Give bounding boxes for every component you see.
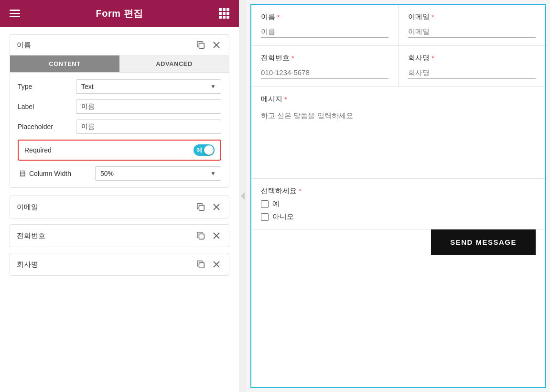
svg-rect-6 — [219, 16, 222, 19]
preview-name-field: 이름 * — [251, 5, 399, 45]
panel-divider — [239, 0, 247, 392]
name-field-body: Type Text Email Number Textarea ▼ Label — [10, 73, 229, 187]
send-message-button[interactable]: SEND MESSAGE — [431, 229, 536, 255]
message-required-star: * — [284, 95, 287, 103]
preview-phone-label: 전화번호 * — [261, 54, 388, 63]
hamburger-menu-icon[interactable] — [10, 10, 20, 17]
checkbox-yes-box — [261, 200, 269, 208]
preview-name-input[interactable] — [261, 25, 388, 38]
header-title: Form 편집 — [96, 7, 143, 20]
preview-company-input[interactable] — [408, 66, 536, 79]
checkbox-yes-item[interactable]: 예 — [261, 199, 536, 208]
phone-field-card: 전화번호 — [10, 224, 229, 247]
form-row-select: 선택하세요 * 예 아니오 — [251, 179, 545, 229]
column-width-label: 🖥 Column Width — [18, 169, 89, 179]
preview-select-label: 선택하세요 * — [261, 186, 536, 196]
svg-rect-8 — [226, 16, 229, 19]
email-field-card: 이메일 — [10, 196, 229, 218]
content-tabs: CONTENT ADVANCED — [10, 55, 229, 73]
checkbox-yes-label: 예 — [272, 199, 280, 208]
type-select-wrapper[interactable]: Text Email Number Textarea ▼ — [76, 79, 221, 94]
tab-advanced[interactable]: ADVANCED — [119, 55, 229, 72]
name-field-card-header: 이름 — [10, 35, 229, 55]
phone-field-actions — [194, 230, 222, 241]
type-label: Type — [18, 83, 70, 90]
monitor-icon: 🖥 — [18, 169, 26, 179]
svg-rect-1 — [223, 8, 226, 11]
name-close-button[interactable] — [211, 40, 222, 50]
svg-rect-15 — [199, 234, 204, 239]
type-row: Type Text Email Number Textarea ▼ — [18, 79, 221, 94]
type-select[interactable]: Text Email Number Textarea — [76, 80, 221, 93]
phone-close-button[interactable] — [211, 230, 222, 241]
select-required-star: * — [299, 187, 302, 195]
company-field-card: 회사명 — [10, 253, 229, 276]
email-close-button[interactable] — [211, 202, 222, 212]
tab-content[interactable]: CONTENT — [10, 55, 119, 72]
name-field-actions — [194, 40, 222, 50]
svg-rect-0 — [219, 8, 222, 11]
email-required-star: * — [431, 13, 434, 21]
column-width-row: 🖥 Column Width 50% 100% 33% 25% ▼ — [18, 166, 221, 181]
column-width-select[interactable]: 50% 100% 33% 25% — [96, 167, 221, 180]
preview-company-label: 회사명 * — [408, 54, 536, 63]
checkbox-no-item[interactable]: 아니오 — [261, 212, 536, 221]
svg-rect-7 — [223, 16, 226, 19]
checkbox-no-box — [261, 213, 269, 221]
label-input[interactable] — [76, 99, 221, 114]
name-field-card: 이름 — [10, 34, 229, 188]
preview-phone-input[interactable] — [261, 66, 388, 79]
checkbox-group: 예 아니오 — [261, 199, 536, 221]
preview-company-field: 회사명 * — [399, 46, 545, 87]
preview-name-label: 이름 * — [261, 12, 388, 22]
svg-rect-3 — [219, 12, 222, 15]
phone-copy-button[interactable] — [194, 230, 207, 241]
email-copy-button[interactable] — [194, 202, 207, 212]
svg-rect-5 — [226, 12, 229, 15]
svg-rect-4 — [223, 12, 226, 15]
company-required-star: * — [431, 54, 434, 62]
name-copy-button[interactable] — [194, 40, 207, 50]
phone-field-card-header: 전화번호 — [10, 225, 229, 247]
form-preview: 이름 * 이메일 * 전화번호 * — [251, 5, 545, 264]
phone-required-star: * — [291, 54, 294, 62]
required-toggle-wrapper[interactable]: 예 — [194, 144, 215, 156]
company-close-button[interactable] — [211, 259, 222, 270]
panel-content: 이름 — [0, 27, 239, 392]
preview-email-label: 이메일 * — [408, 12, 536, 22]
placeholder-label: Placeholder — [18, 123, 70, 131]
right-panel: 이름 * 이메일 * 전화번호 * — [250, 4, 546, 388]
company-field-card-header: 회사명 — [10, 253, 229, 275]
grid-menu-icon[interactable] — [219, 8, 229, 19]
phone-field-title: 전화번호 — [17, 231, 194, 240]
preview-message-textarea[interactable] — [261, 111, 536, 169]
name-required-star: * — [277, 13, 280, 21]
form-row-2: 전화번호 * 회사명 * — [251, 46, 545, 87]
required-toggle[interactable]: 예 — [194, 144, 215, 156]
form-row-1: 이름 * 이메일 * — [251, 5, 545, 46]
label-row: Label — [18, 99, 221, 114]
company-field-title: 회사명 — [17, 260, 194, 269]
svg-rect-9 — [199, 43, 204, 48]
svg-rect-12 — [199, 205, 204, 210]
email-field-title: 이메일 — [17, 203, 194, 212]
preview-email-input[interactable] — [408, 25, 536, 38]
placeholder-row: Placeholder — [18, 120, 221, 134]
company-copy-button[interactable] — [194, 259, 207, 270]
preview-message-label: 메시지 * — [261, 95, 536, 104]
toggle-thumb — [204, 145, 214, 155]
required-label: Required — [24, 146, 194, 154]
send-button-row: SEND MESSAGE — [251, 229, 545, 264]
label-label: Label — [18, 103, 70, 110]
left-panel: Form 편집 이름 — [0, 0, 239, 392]
placeholder-input[interactable] — [76, 120, 221, 134]
toggle-yes-label: 예 — [196, 146, 202, 154]
header: Form 편집 — [0, 0, 239, 27]
email-field-card-header: 이메일 — [10, 196, 229, 218]
preview-email-field: 이메일 * — [399, 5, 545, 45]
column-width-select-wrapper[interactable]: 50% 100% 33% 25% ▼ — [95, 166, 221, 181]
email-field-actions — [194, 202, 222, 212]
required-row: Required 예 — [18, 140, 221, 161]
checkbox-no-label: 아니오 — [272, 212, 294, 221]
divider-arrow-icon — [241, 192, 245, 200]
